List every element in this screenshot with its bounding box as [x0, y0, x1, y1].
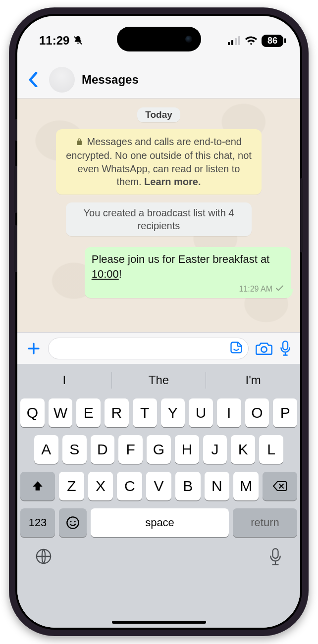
chat-body[interactable]: Today Messages and calls are end-to-end …	[17, 99, 300, 332]
attach-button[interactable]	[26, 341, 41, 356]
message-input-container[interactable]	[48, 338, 249, 359]
svg-rect-1	[231, 40, 233, 45]
device-frame: 11:29 86	[9, 7, 309, 636]
globe-icon[interactable]	[35, 548, 52, 568]
key-r[interactable]: R	[105, 398, 129, 427]
key-b[interactable]: B	[175, 472, 201, 500]
key-j[interactable]: J	[203, 435, 227, 464]
key-y[interactable]: Y	[161, 398, 185, 427]
key-emoji[interactable]	[59, 508, 87, 537]
key-row-4: 123 space return	[17, 504, 300, 541]
key-z[interactable]: Z	[59, 472, 84, 500]
sticker-button[interactable]	[229, 341, 243, 356]
key-numeric[interactable]: 123	[20, 508, 55, 537]
key-t[interactable]: T	[133, 398, 157, 427]
message-input[interactable]	[56, 343, 229, 354]
key-u[interactable]: U	[189, 398, 213, 427]
key-o[interactable]: O	[245, 398, 269, 427]
key-shift[interactable]	[20, 472, 55, 500]
message-time-link[interactable]: 10:00	[92, 268, 119, 280]
key-w[interactable]: W	[49, 398, 73, 427]
svg-point-4	[261, 347, 266, 352]
suggestion-bar: I The I'm	[17, 366, 300, 395]
key-f[interactable]: F	[118, 435, 143, 464]
suggestion-3[interactable]: I'm	[206, 366, 300, 395]
suggestion-2[interactable]: The	[112, 366, 206, 395]
key-m[interactable]: M	[233, 472, 259, 500]
outgoing-message-bubble[interactable]: Please join us for Easter breakfast at 1…	[85, 247, 291, 298]
chat-header: Messages	[17, 61, 300, 99]
key-e[interactable]: E	[76, 398, 101, 427]
screen: 11:29 86	[17, 16, 300, 628]
battery-percent: 86	[267, 36, 277, 46]
encryption-learn-more-link[interactable]: Learn more.	[144, 176, 201, 187]
lock-icon	[76, 136, 83, 149]
key-l[interactable]: L	[259, 435, 283, 464]
key-backspace[interactable]	[263, 472, 297, 500]
read-status-icon	[275, 284, 284, 295]
message-text-pre: Please join us for Easter breakfast at	[92, 253, 270, 265]
voice-record-button[interactable]	[279, 341, 291, 356]
dynamic-island	[117, 27, 201, 51]
encryption-notice[interactable]: Messages and calls are end-to-end encryp…	[56, 129, 262, 195]
chat-title[interactable]: Messages	[82, 73, 139, 87]
key-row-1: Q W E R T Y U I O P	[17, 395, 300, 431]
svg-point-6	[67, 517, 78, 528]
camera-button[interactable]	[256, 341, 272, 356]
message-timestamp: 11:29 AM	[239, 284, 272, 295]
key-a[interactable]: A	[34, 435, 58, 464]
suggestion-1[interactable]: I	[17, 366, 111, 395]
key-h[interactable]: H	[175, 435, 199, 464]
cell-signal-icon	[228, 36, 241, 45]
key-p[interactable]: P	[273, 398, 297, 427]
home-indicator[interactable]	[112, 621, 206, 624]
svg-rect-5	[283, 341, 288, 349]
keyboard-bottom-bar	[17, 541, 300, 568]
key-i[interactable]: I	[217, 398, 241, 427]
key-v[interactable]: V	[146, 472, 171, 500]
silent-mode-icon	[72, 35, 84, 47]
composer-bar	[17, 332, 300, 364]
status-time: 11:29	[39, 34, 69, 48]
avatar[interactable]	[49, 67, 75, 93]
dictation-icon[interactable]	[268, 548, 282, 568]
svg-rect-0	[228, 42, 230, 45]
key-space[interactable]: space	[91, 508, 229, 537]
key-row-3: Z X C V B N M	[17, 468, 300, 504]
back-button[interactable]	[24, 69, 42, 90]
svg-point-8	[74, 521, 75, 522]
date-pill: Today	[137, 107, 180, 122]
key-k[interactable]: K	[231, 435, 255, 464]
key-n[interactable]: N	[205, 472, 230, 500]
svg-rect-3	[238, 36, 240, 45]
svg-rect-10	[272, 548, 278, 558]
battery-indicator: 86	[262, 35, 283, 47]
svg-rect-2	[235, 38, 237, 45]
svg-point-7	[70, 521, 71, 522]
key-d[interactable]: D	[91, 435, 115, 464]
message-text-post: !	[119, 268, 122, 280]
key-g[interactable]: G	[147, 435, 171, 464]
wifi-icon	[245, 36, 258, 46]
key-row-2: A S D F G H J K L	[17, 431, 300, 468]
key-return[interactable]: return	[233, 508, 297, 537]
key-c[interactable]: C	[117, 472, 142, 500]
key-s[interactable]: S	[62, 435, 87, 464]
key-x[interactable]: X	[88, 472, 113, 500]
keyboard: I The I'm Q W E R T Y U I O P	[17, 364, 300, 628]
key-q[interactable]: Q	[20, 398, 45, 427]
system-message: You created a broadcast list with 4 reci…	[66, 202, 252, 236]
